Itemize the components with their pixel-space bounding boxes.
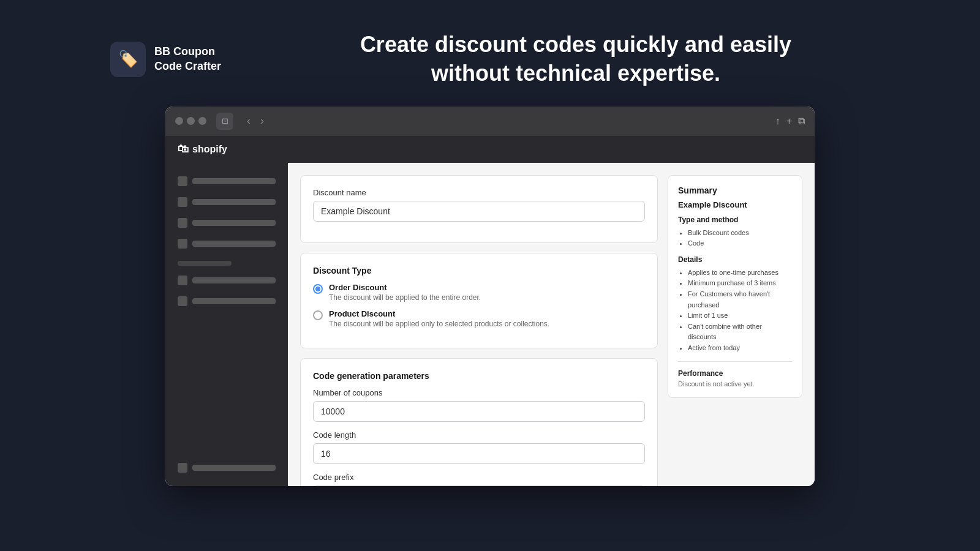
sidebar-icon-3 — [178, 218, 187, 228]
sidebar-label-2 — [192, 199, 276, 205]
product-discount-desc: The discount will be applied only to sel… — [329, 320, 549, 328]
summary-detail-4: Limit of 1 use — [688, 310, 792, 321]
app-logo-icon: 🏷️ — [110, 42, 146, 77]
product-discount-option[interactable]: Product Discount The discount will be ap… — [313, 309, 645, 328]
order-discount-text: Order Discount The discount will be appl… — [329, 283, 481, 302]
code-gen-card: Code generation parameters Number of cou… — [300, 358, 658, 486]
summary-detail-3: For Customers who haven't purchased — [688, 289, 792, 310]
sidebar-item-3[interactable] — [173, 214, 281, 231]
code-length-label: Code length — [313, 430, 645, 440]
toolbar-right: ↑ + ⧉ — [775, 116, 805, 127]
radio-inner-selected — [315, 287, 320, 291]
content-area: Discount name Discount Type Order Discou… — [165, 163, 815, 486]
discount-type-card: Discount Type Order Discount The discoun… — [300, 253, 658, 348]
new-tab-icon[interactable]: + — [786, 116, 792, 127]
order-discount-label: Order Discount — [329, 283, 481, 292]
hero-heading: Create discount codes quickly and easily… — [282, 31, 870, 88]
main-content: Discount name Discount Type Order Discou… — [288, 163, 815, 486]
browser-nav: ‹ › — [243, 113, 268, 129]
summary-title: Summary — [678, 186, 792, 195]
forward-button[interactable]: › — [257, 113, 268, 129]
share-icon[interactable]: ↑ — [775, 116, 780, 127]
sidebar-item-5[interactable] — [173, 272, 281, 289]
order-discount-radio[interactable] — [313, 284, 323, 294]
form-section: Discount name Discount Type Order Discou… — [300, 175, 658, 474]
summary-detail-6: Active from today — [688, 343, 792, 354]
code-length-group: Code length — [313, 430, 645, 464]
sidebar-label-5 — [192, 277, 276, 283]
order-discount-option[interactable]: Order Discount The discount will be appl… — [313, 283, 645, 302]
code-gen-title: Code generation parameters — [313, 371, 645, 381]
sidebar-icon-2 — [178, 197, 187, 207]
browser-window: ⊡ ‹ › ↑ + ⧉ 🛍 shopify — [165, 107, 815, 486]
discount-name-input[interactable] — [313, 201, 645, 222]
sidebar — [165, 163, 288, 486]
num-coupons-label: Number of coupons — [313, 388, 645, 397]
sidebar-icon-5 — [178, 276, 187, 285]
order-discount-desc: The discount will be applied to the enti… — [329, 293, 481, 302]
sidebar-label-4 — [192, 241, 276, 247]
sidebar-label-1 — [192, 178, 276, 184]
sidebar-item-2[interactable] — [173, 193, 281, 211]
sidebar-item-6[interactable] — [173, 293, 281, 310]
discount-type-title: Discount Type — [313, 266, 645, 276]
discount-name-label: Discount name — [313, 188, 645, 197]
copy-icon[interactable]: ⧉ — [798, 116, 805, 127]
num-coupons-group: Number of coupons — [313, 388, 645, 422]
code-prefix-input[interactable] — [313, 485, 645, 486]
top-section: 🏷️ BB Coupon Code Crafter Create discoun… — [0, 0, 980, 107]
shopify-brand: shopify — [192, 144, 227, 155]
summary-type-item-1: Bulk Discount codes — [688, 228, 792, 239]
sidebar-bottom — [173, 459, 281, 476]
summary-card: Summary Example Discount Type and method… — [668, 175, 802, 398]
performance-section: Performance Discount is not active yet. — [678, 361, 792, 388]
summary-details-title: Details — [678, 255, 792, 264]
sidebar-icon-6 — [178, 296, 187, 306]
layout-button[interactable]: ⊡ — [216, 113, 233, 130]
code-length-input[interactable] — [313, 443, 645, 464]
back-button[interactable]: ‹ — [243, 113, 254, 129]
sidebar-label-bottom — [192, 465, 276, 471]
performance-title: Performance — [678, 369, 792, 378]
dot-yellow — [187, 117, 195, 125]
product-discount-label: Product Discount — [329, 309, 549, 318]
browser-dots — [175, 117, 206, 125]
summary-discount-name: Example Discount — [678, 200, 792, 209]
logo-block: 🏷️ BB Coupon Code Crafter — [110, 42, 245, 77]
summary-details-list: Applies to one-time purchases Minimum pu… — [678, 268, 792, 354]
shopify-logo: 🛍 shopify — [178, 143, 227, 156]
summary-detail-1: Applies to one-time purchases — [688, 268, 792, 279]
product-discount-text: Product Discount The discount will be ap… — [329, 309, 549, 328]
summary-detail-5: Can't combine with other discounts — [688, 321, 792, 343]
num-coupons-input[interactable] — [313, 401, 645, 422]
dot-red — [175, 117, 183, 125]
sidebar-group-label-1 — [178, 261, 232, 266]
sidebar-icon-1 — [178, 176, 187, 186]
app-logo-text: BB Coupon Code Crafter — [154, 45, 221, 73]
code-prefix-group: Code prefix — [313, 473, 645, 486]
product-discount-radio[interactable] — [313, 310, 323, 320]
summary-detail-2: Minimum purchase of 3 items — [688, 278, 792, 289]
browser-toolbar: ⊡ ‹ › ↑ + ⧉ — [165, 107, 815, 136]
dot-green — [198, 117, 206, 125]
performance-text: Discount is not active yet. — [678, 380, 792, 388]
summary-type-item-2: Code — [688, 238, 792, 249]
sidebar-item-4[interactable] — [173, 235, 281, 252]
discount-name-card: Discount name — [300, 175, 658, 243]
sidebar-label-3 — [192, 220, 276, 226]
shopify-bar: 🛍 shopify — [165, 136, 815, 163]
shopify-icon: 🛍 — [178, 143, 189, 156]
sidebar-icon-4 — [178, 239, 187, 249]
sidebar-label-6 — [192, 298, 276, 304]
discount-name-group: Discount name — [313, 188, 645, 222]
sidebar-item-bottom[interactable] — [173, 459, 281, 476]
sidebar-icon-bottom — [178, 463, 187, 473]
sidebar-item-1[interactable] — [173, 173, 281, 190]
summary-type-list: Bulk Discount codes Code — [678, 228, 792, 249]
code-prefix-label: Code prefix — [313, 473, 645, 482]
summary-type-method-title: Type and method — [678, 216, 792, 224]
